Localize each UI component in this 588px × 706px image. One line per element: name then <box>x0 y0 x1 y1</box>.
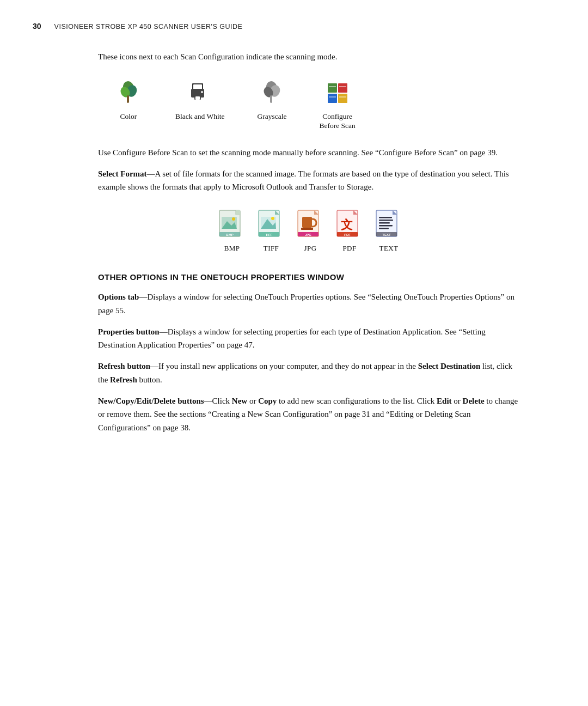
svg-text:BMP: BMP <box>226 233 233 236</box>
pdf-icon: 文 PDF <box>335 209 364 241</box>
jpg-icon: JPG <box>296 209 324 241</box>
svg-rect-52 <box>379 222 390 224</box>
svg-text:文: 文 <box>341 218 353 232</box>
refresh-text-p3: button. <box>137 375 162 384</box>
svg-rect-19 <box>339 86 346 87</box>
newcopy-para: New/Copy/Edit/Delete buttons—Click New o… <box>98 394 523 435</box>
bw-label: Black and White <box>175 112 224 121</box>
configure-label: ConfigureBefore Scan <box>319 112 355 131</box>
newcopy-text-p2: or <box>247 397 258 405</box>
svg-rect-7 <box>191 89 204 98</box>
content-area: These icons next to each Scan Configurat… <box>98 50 523 435</box>
bw-icon-item: Black and White <box>175 79 224 121</box>
grayscale-label: Grayscale <box>257 112 286 121</box>
svg-text:TIFF: TIFF <box>266 233 273 236</box>
page-header: 30 Visioneer Strobe XP 450 Scanner User'… <box>33 22 555 31</box>
svg-rect-51 <box>379 220 393 221</box>
options-tab-bold: Options tab <box>98 293 139 301</box>
bmp-format-item: BMP BMP <box>218 209 246 253</box>
newcopy-text-p3: to add new scan configurations to the li… <box>277 397 437 405</box>
document-title: Visioneer Strobe XP 450 Scanner User's G… <box>54 23 243 31</box>
configure-before-scan-text: Use Configure Before Scan to set the sca… <box>98 146 523 160</box>
jpg-format-item: JPG JPG <box>296 209 324 253</box>
refresh-bold: Refresh <box>110 375 137 384</box>
svg-rect-20 <box>329 96 336 98</box>
text-label: TEXT <box>379 244 399 253</box>
configure-icon <box>323 79 352 107</box>
select-format-rest: —A set of file formats for the scanned i… <box>98 169 509 192</box>
bmp-icon: BMP <box>218 209 246 241</box>
properties-button-bold: Properties button <box>98 327 160 336</box>
configure-icon-item: ConfigureBefore Scan <box>319 79 355 131</box>
color-label: Color <box>120 112 137 121</box>
svg-point-34 <box>271 217 274 220</box>
svg-rect-18 <box>329 86 336 87</box>
tiff-label: TIFF <box>264 244 279 253</box>
jpg-label: JPG <box>304 244 317 253</box>
svg-rect-8 <box>195 96 200 100</box>
svg-point-27 <box>232 217 235 221</box>
newcopy-bold: New/Copy/Edit/Delete buttons <box>98 397 204 405</box>
edit-bold: Edit <box>437 397 452 405</box>
grayscale-icon-item: Grayscale <box>257 79 286 121</box>
svg-rect-13 <box>270 95 272 103</box>
svg-text:TEXT: TEXT <box>382 233 391 236</box>
svg-text:JPG: JPG <box>305 233 311 236</box>
pdf-format-item: 文 PDF PDF <box>335 209 364 253</box>
select-destination-bold: Select Destination <box>418 362 481 370</box>
pdf-label: PDF <box>342 244 356 253</box>
svg-rect-39 <box>302 217 312 228</box>
tiff-format-item: TIFF TIFF <box>257 209 285 253</box>
grayscale-icon <box>258 79 286 107</box>
svg-rect-40 <box>301 228 313 230</box>
svg-rect-54 <box>379 228 389 229</box>
refresh-text-p1: —If you install new applications on your… <box>150 362 418 370</box>
scan-icons-row: Color Black and White <box>114 79 523 131</box>
svg-rect-14 <box>328 83 337 93</box>
delete-bold: Delete <box>463 397 485 405</box>
svg-rect-21 <box>339 96 346 98</box>
svg-rect-24 <box>236 210 240 215</box>
bw-icon <box>186 79 214 107</box>
color-icon-item: Color <box>114 79 143 121</box>
select-format-bold: Select Format <box>98 169 147 178</box>
copy-bold: Copy <box>258 397 277 405</box>
color-icon <box>114 79 143 107</box>
svg-text:PDF: PDF <box>344 233 351 236</box>
formats-row: BMP BMP TIFF TIFF <box>98 209 523 253</box>
newcopy-text-p4: or <box>452 397 463 405</box>
intro-text: These icons next to each Scan Configurat… <box>98 50 523 64</box>
bmp-label: BMP <box>224 244 240 253</box>
svg-point-9 <box>201 91 203 93</box>
svg-rect-17 <box>338 94 347 103</box>
refresh-button-bold: Refresh button <box>98 362 150 370</box>
options-tab-rest: —Displays a window for selecting OneTouc… <box>98 293 514 315</box>
properties-button-para: Properties button—Displays a window for … <box>98 325 523 352</box>
svg-rect-53 <box>379 225 393 227</box>
newcopy-text-p1: —Click <box>204 397 232 405</box>
svg-rect-15 <box>338 83 347 93</box>
page-number: 30 <box>33 22 41 31</box>
svg-rect-3 <box>127 95 129 103</box>
text-icon: TEXT <box>375 209 403 241</box>
svg-rect-16 <box>328 94 337 103</box>
options-tab-para: Options tab—Displays a window for select… <box>98 290 523 318</box>
select-format-text: Select Format—A set of file formats for … <box>98 167 523 194</box>
section-heading: Other Options in the OneTouch Properties… <box>98 272 523 282</box>
new-bold: New <box>232 397 247 405</box>
refresh-button-para: Refresh button—If you install new applic… <box>98 360 523 387</box>
text-format-item: TEXT TEXT <box>375 209 403 253</box>
tiff-icon: TIFF <box>257 209 285 241</box>
svg-rect-50 <box>379 217 392 218</box>
